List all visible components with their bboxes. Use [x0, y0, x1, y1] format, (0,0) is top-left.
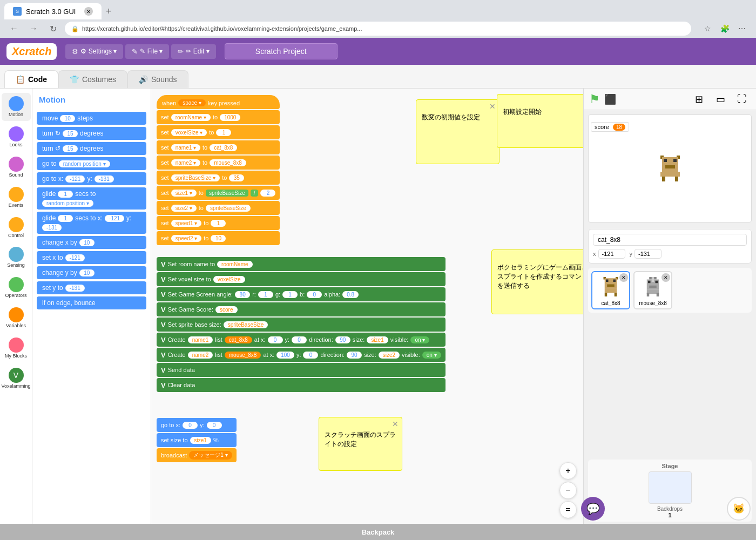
- sprite-name-field[interactable]: [593, 234, 747, 246]
- block-set-sprite-base[interactable]: V Set sprite base size: spriteBaseSize: [157, 318, 446, 332]
- sound-label: Sound: [9, 173, 23, 178]
- stage-layout-btn1[interactable]: ⊞: [690, 91, 707, 108]
- file-menu-btn[interactable]: ✎ ✎ File ▾: [125, 44, 169, 59]
- block-set-name2[interactable]: set name2 ▾ to mouse_8x8: [157, 156, 280, 170]
- block-set-screen[interactable]: V Set Game Screen angle: 80 r: 1 g: 1 b:…: [157, 287, 446, 301]
- category-looks[interactable]: Looks: [2, 123, 31, 151]
- chat-btn[interactable]: 💬: [581, 497, 605, 521]
- block-goto-random[interactable]: go to random position ▾: [37, 157, 146, 170]
- stage-layout-btn2[interactable]: ▭: [712, 91, 729, 108]
- motion-dot: [9, 96, 24, 111]
- sprite-item-mouse[interactable]: ✕ mouse: [633, 271, 672, 309]
- block-clear-data[interactable]: V Clear data: [157, 378, 446, 392]
- block-set-roomname[interactable]: set roomName ▾ to 1000: [157, 110, 280, 124]
- block-edge-bounce[interactable]: if on edge, bounce: [37, 296, 146, 309]
- block-send-data[interactable]: V Send data: [157, 363, 446, 377]
- category-voxelamming[interactable]: V Voxelamming: [2, 364, 31, 393]
- category-sound[interactable]: Sound: [2, 153, 31, 181]
- sticky-note-2[interactable]: ✕ 初期設定開始: [497, 94, 583, 148]
- block-move[interactable]: move 10 steps: [37, 112, 146, 125]
- zoom-out-btn[interactable]: −: [559, 482, 577, 499]
- zoom-in-btn[interactable]: +: [559, 462, 577, 480]
- nav-refresh-btn[interactable]: ↻: [45, 21, 60, 36]
- tab-costumes[interactable]: 👕 Costumes: [58, 70, 127, 88]
- block-set-room[interactable]: V Set room name to roomName: [157, 257, 446, 271]
- active-tab[interactable]: S Scratch 3.0 GUI ✕: [4, 3, 102, 19]
- sticky-note-1[interactable]: ✕ 数変の初期値を設定: [416, 99, 500, 164]
- hat-block-space[interactable]: when space ▾ key pressed: [157, 95, 280, 109]
- nav-back-btn[interactable]: ←: [6, 21, 22, 36]
- stage-canvas[interactable]: score 18: [589, 120, 751, 217]
- coord-y-input[interactable]: [634, 249, 662, 259]
- url-bar[interactable]: 🔒 https://xcratch.github.io/editor/#http…: [65, 22, 691, 36]
- block-goto-0-0[interactable]: go to x: 0 y: 0: [157, 418, 237, 432]
- block-change-y[interactable]: change y by 10: [37, 266, 146, 279]
- block-turn-cw[interactable]: turn ↻ 15 degrees: [37, 127, 146, 140]
- category-sensing[interactable]: Sensing: [2, 244, 31, 272]
- block-glide-random[interactable]: glide 1 secs to random position ▾: [37, 187, 146, 210]
- category-motion[interactable]: Motion: [2, 93, 31, 121]
- wf-btn[interactable]: 🐱: [727, 497, 751, 521]
- category-control[interactable]: Control: [2, 214, 31, 242]
- block-set-score[interactable]: V Set Game Score: score: [157, 302, 446, 316]
- control-dot: [9, 217, 24, 232]
- more-btn[interactable]: ⋯: [734, 21, 750, 36]
- block-change-x[interactable]: change x by 10: [37, 236, 146, 249]
- tab-code[interactable]: 📋 Code: [4, 70, 58, 88]
- block-glide-xy[interactable]: glide 1 secs to x: -121 y: -131: [37, 212, 146, 234]
- tab-sounds[interactable]: 🔊 Sounds: [127, 70, 188, 88]
- block-set-y[interactable]: set y to -131: [37, 281, 146, 294]
- block-set-size2[interactable]: set size2 ▾ to spriteBaseSize: [157, 201, 280, 215]
- block-create-name1[interactable]: V Create name1 list cat_8x8 at x: 0 y: 0…: [157, 333, 446, 347]
- project-name-input[interactable]: [225, 43, 338, 59]
- tab-close-btn[interactable]: ✕: [84, 7, 93, 16]
- category-events[interactable]: Events: [2, 184, 31, 212]
- sticky-note-3[interactable]: ✕ ボクセラミングにゲーム画面とスプライトを作成するコマンドを送信する: [491, 249, 583, 314]
- sprite-delete-mouse[interactable]: ✕: [662, 273, 670, 282]
- block-turn-ccw[interactable]: turn ↺ 15 degrees: [37, 142, 146, 155]
- category-myblocks[interactable]: My Blocks: [2, 334, 31, 362]
- stage-thumb[interactable]: [649, 471, 692, 504]
- extensions-btn[interactable]: 🧩: [717, 21, 732, 36]
- stage-panel: ⚑ ⬛ ⊞ ▭ ⛶ score 18: [583, 89, 756, 524]
- zoom-reset-btn[interactable]: =: [559, 501, 577, 518]
- new-tab-btn[interactable]: +: [102, 4, 116, 19]
- edit-menu-btn[interactable]: ✏ ✏ Edit ▾: [171, 44, 215, 59]
- nav-forward-btn[interactable]: →: [26, 21, 41, 36]
- sticky-note-4[interactable]: ✕ スクラッチ画面のスプライトの設定: [319, 417, 402, 471]
- block-set-x[interactable]: set x to -121: [37, 251, 146, 264]
- svg-rect-8: [677, 172, 680, 177]
- block-broadcast[interactable]: broadcast メッセージ1 ▾: [157, 448, 237, 462]
- backpack-bar[interactable]: Backpack: [0, 524, 756, 540]
- code-group-1: when space ▾ key pressed set roomName ▾ …: [157, 94, 280, 246]
- settings-menu-btn[interactable]: ⚙ ⚙ Settings ▾: [65, 44, 123, 59]
- sprite-item-cat[interactable]: ✕ cat_8: [591, 271, 630, 309]
- svg-rect-19: [615, 293, 617, 296]
- block-set-spritebase[interactable]: set spriteBaseSize ▾ to 35: [157, 171, 280, 185]
- green-flag-btn[interactable]: ⚑: [589, 92, 600, 106]
- sticky-close-1[interactable]: ✕: [489, 102, 496, 111]
- sticky-close-4[interactable]: ✕: [392, 420, 399, 428]
- coord-x-input[interactable]: [598, 249, 625, 259]
- block-set-name1[interactable]: set name1 ▾ to cat_8x8: [157, 140, 280, 154]
- file-icon: ✎: [132, 48, 138, 56]
- category-operators[interactable]: Operators: [2, 274, 31, 302]
- script-canvas[interactable]: when space ▾ key pressed set roomName ▾ …: [151, 89, 583, 524]
- block-set-speed1[interactable]: set speed1 ▾ to 1: [157, 216, 280, 230]
- block-set-size-size1[interactable]: set size to size1 %: [157, 433, 237, 447]
- fullscreen-btn[interactable]: ⛶: [733, 91, 751, 108]
- block-set-speed2[interactable]: set speed2 ▾ to 10: [157, 231, 280, 245]
- looks-label: Looks: [9, 143, 22, 148]
- svg-rect-28: [657, 293, 659, 296]
- svg-rect-14: [606, 280, 609, 282]
- bookmark-btn[interactable]: ☆: [700, 21, 715, 36]
- block-goto-xy[interactable]: go to x: -121 y: -131: [37, 172, 146, 185]
- category-variables[interactable]: Variables: [2, 304, 31, 332]
- block-set-voxel[interactable]: V Set voxel size to voxelSize: [157, 272, 446, 286]
- sprite-delete-cat[interactable]: ✕: [619, 273, 628, 282]
- block-set-voxelsize[interactable]: set voxelSize ▾ to 1: [157, 125, 280, 139]
- block-create-name2[interactable]: V Create name2 list mouse_8x8 at x: 100 …: [157, 348, 446, 362]
- block-set-size1[interactable]: set size1 ▾ to spriteBaseSize / 2: [157, 186, 280, 200]
- motion-label: Motion: [9, 112, 23, 118]
- stop-btn[interactable]: ⬛: [604, 93, 616, 105]
